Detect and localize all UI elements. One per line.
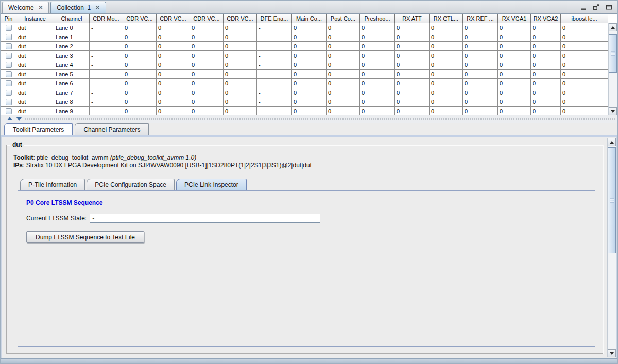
toolkit-info-line: Toolkit: ptile_debug_toolkit_avmm (ptile…: [13, 154, 603, 162]
pin-checkbox[interactable]: [6, 90, 12, 96]
table-row[interactable]: dutLane 3-0000-000000000: [1, 51, 617, 60]
column-header-rx-ref[interactable]: RX REF ...: [463, 14, 498, 23]
cell-value: Lane 3: [56, 53, 73, 59]
cell-value: -: [259, 80, 261, 86]
cell-value: 0: [465, 99, 468, 105]
panel-vertical-scrollbar[interactable]: [607, 138, 616, 357]
scroll-down-button[interactable]: [609, 107, 617, 115]
tab-label: Channel Parameters: [83, 126, 140, 133]
column-header-rx-att[interactable]: RX ATT: [395, 14, 430, 23]
cell-value: -: [91, 34, 93, 40]
table-cell: 0: [395, 42, 430, 51]
column-header-cdr-mo[interactable]: CDR Mo...: [90, 14, 123, 23]
scrollbar-thumb[interactable]: [608, 147, 616, 253]
tab-label: P-Tile Information: [28, 181, 77, 188]
column-header-post-co[interactable]: Post Co...: [327, 14, 360, 23]
column-header-preshoo[interactable]: Preshoo...: [360, 14, 395, 23]
column-header-pin[interactable]: Pin: [1, 14, 16, 23]
close-icon[interactable]: ✕: [39, 5, 43, 10]
table-row[interactable]: dutLane 9-0000-000000000: [1, 107, 617, 115]
table-cell: 0: [531, 70, 561, 79]
table-cell: dut: [16, 23, 54, 32]
column-header-dfe-ena[interactable]: DFE Ena...: [257, 14, 292, 23]
column-header-iboost-le[interactable]: iboost le...: [561, 14, 608, 23]
dump-ltssm-button[interactable]: Dump LTSSM Sequence to Text File: [26, 231, 144, 243]
ltssm-state-field[interactable]: [90, 214, 320, 223]
column-header-rx-vga2[interactable]: RX VGA2: [531, 14, 561, 23]
editor-tab-collection-1[interactable]: Collection_1✕: [50, 2, 106, 13]
column-header-instance[interactable]: Instance: [16, 14, 54, 23]
cell-value: -: [259, 62, 261, 68]
column-header-cdr-vc[interactable]: CDR VC...: [190, 14, 224, 23]
pin-checkbox[interactable]: [6, 80, 12, 86]
column-header-main-co[interactable]: Main Co...: [292, 14, 327, 23]
table-row[interactable]: dutLane 5-0000-000000000: [1, 70, 617, 79]
table-cell: 0: [123, 51, 157, 60]
table-row[interactable]: dutLane 6-0000-000000000: [1, 79, 617, 88]
ips-info-line: IPs: Stratix 10 DX FPGA Development Kit …: [13, 162, 603, 169]
close-icon[interactable]: ✕: [95, 5, 99, 10]
column-header-cdr-vc[interactable]: CDR VC...: [224, 14, 257, 23]
table-cell: 0: [327, 42, 360, 51]
cell-value: -: [91, 25, 93, 31]
scroll-up-button[interactable]: [609, 23, 617, 31]
table-cell: 0: [327, 79, 360, 88]
table-cell: 0: [463, 88, 498, 97]
table-row[interactable]: dutLane 7-0000-000000000: [1, 88, 617, 97]
pin-checkbox[interactable]: [6, 25, 12, 31]
pin-checkbox[interactable]: [6, 43, 12, 49]
editor-tab-welcome[interactable]: Welcome✕: [2, 2, 49, 13]
maximize-icon[interactable]: [606, 4, 612, 10]
cell-value: 0: [533, 71, 536, 77]
cell-value: 0: [562, 99, 565, 105]
table-row[interactable]: dutLane 4-0000-000000000: [1, 60, 617, 70]
pin-checkbox[interactable]: [6, 34, 12, 40]
table-row[interactable]: dutLane 2-0000-000000000: [1, 42, 617, 51]
collapse-down-icon[interactable]: [16, 117, 22, 121]
column-header-rx-vga1[interactable]: RX VGA1: [498, 14, 531, 23]
column-header-channel[interactable]: Channel: [54, 14, 90, 23]
cell-value: 0: [562, 34, 565, 40]
table-cell: 0: [430, 107, 463, 115]
tab-pcie-link-inspector[interactable]: PCIe Link Inspector: [176, 179, 247, 190]
cell-value: 0: [158, 34, 161, 40]
table-vertical-scrollbar[interactable]: [608, 23, 617, 115]
minimize-icon[interactable]: [580, 4, 587, 10]
scroll-down-button[interactable]: [608, 349, 616, 357]
editor-tab-label: Collection_1: [57, 4, 91, 11]
table-cell: 0: [190, 51, 224, 60]
pin-checkbox[interactable]: [6, 108, 12, 114]
column-header-label: CDR VC...: [193, 15, 219, 22]
collapse-up-icon[interactable]: [7, 117, 12, 120]
restore-float-icon[interactable]: [593, 4, 599, 10]
cell-value: 0: [192, 43, 195, 49]
tab-channel-parameters[interactable]: Channel Parameters: [75, 123, 149, 135]
cell-value: 0: [397, 43, 400, 49]
scroll-up-button[interactable]: [608, 138, 616, 146]
table-cell: -: [90, 88, 123, 97]
table-row[interactable]: dutLane 0-0000-000000000: [1, 23, 617, 32]
cell-value: 0: [500, 25, 503, 31]
table-row[interactable]: dutLane 1-0000-000000000: [1, 32, 617, 42]
table-cell: 0: [190, 42, 224, 51]
split-pane-divider[interactable]: [1, 115, 617, 123]
pin-checkbox[interactable]: [6, 62, 12, 68]
tab-p-tile-information[interactable]: P-Tile Information: [20, 179, 85, 190]
tab-pcie-configuration-space[interactable]: PCIe Configuration Space: [87, 179, 175, 190]
table-row[interactable]: dutLane 8-0000-000000000: [1, 97, 617, 107]
pin-checkbox[interactable]: [6, 71, 12, 77]
column-header-cdr-vc[interactable]: CDR VC...: [157, 14, 190, 23]
cell-value: dut: [18, 34, 26, 40]
scrollbar-thumb[interactable]: [609, 34, 617, 73]
column-header-label: Instance: [24, 15, 46, 22]
column-header-rx-ctl[interactable]: RX CTL...: [430, 14, 463, 23]
cell-value: 0: [328, 25, 331, 31]
column-header-cdr-vc[interactable]: CDR VC...: [123, 14, 157, 23]
pin-checkbox[interactable]: [6, 53, 12, 59]
column-header-label: RX VGA1: [502, 15, 527, 22]
table-cell: 0: [292, 107, 327, 115]
pin-checkbox[interactable]: [6, 99, 12, 105]
cell-value: 0: [125, 25, 128, 31]
tab-toolkit-parameters[interactable]: Toolkit Parameters: [4, 123, 73, 135]
table-cell: 0: [498, 51, 531, 60]
